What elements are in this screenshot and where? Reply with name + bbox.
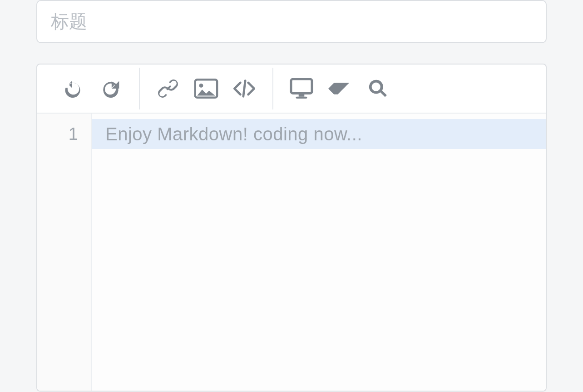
svg-rect-5 [296, 97, 307, 99]
search-icon [367, 78, 388, 99]
line-number-gutter: 1 [37, 114, 92, 391]
toolbar-group-insert [143, 68, 269, 109]
code-button[interactable] [225, 72, 263, 105]
toolbar-group-view [277, 68, 402, 109]
title-input[interactable] [51, 11, 532, 32]
title-field-container [36, 0, 547, 43]
toolbar-group-history [48, 68, 135, 109]
search-button[interactable] [359, 72, 397, 105]
toolbar-separator [139, 68, 140, 109]
code-textarea[interactable]: Enjoy Markdown! coding now... [92, 114, 546, 391]
svg-rect-3 [291, 79, 312, 93]
link-button[interactable] [149, 72, 187, 105]
undo-button[interactable] [54, 72, 92, 105]
svg-point-1 [199, 84, 203, 88]
image-icon [194, 79, 218, 99]
link-icon [157, 78, 179, 99]
svg-rect-4 [299, 94, 305, 97]
preview-button[interactable] [282, 72, 321, 105]
code-icon [232, 79, 256, 98]
page-root: 1 Enjoy Markdown! coding now... [0, 0, 583, 392]
eraser-icon [328, 80, 351, 97]
redo-icon [101, 79, 121, 99]
redo-button[interactable] [92, 72, 130, 105]
editor-toolbar [37, 65, 546, 114]
image-button[interactable] [187, 72, 225, 105]
line-number: 1 [37, 119, 91, 149]
editor-placeholder: Enjoy Markdown! coding now... [105, 124, 362, 144]
active-line: Enjoy Markdown! coding now... [92, 119, 546, 149]
eraser-button[interactable] [321, 72, 359, 105]
markdown-editor: 1 Enjoy Markdown! coding now... [36, 64, 547, 392]
toolbar-separator [272, 68, 273, 109]
editor-body: 1 Enjoy Markdown! coding now... [37, 114, 546, 391]
undo-icon [63, 79, 83, 99]
svg-line-2 [243, 81, 245, 97]
monitor-icon [290, 78, 313, 99]
